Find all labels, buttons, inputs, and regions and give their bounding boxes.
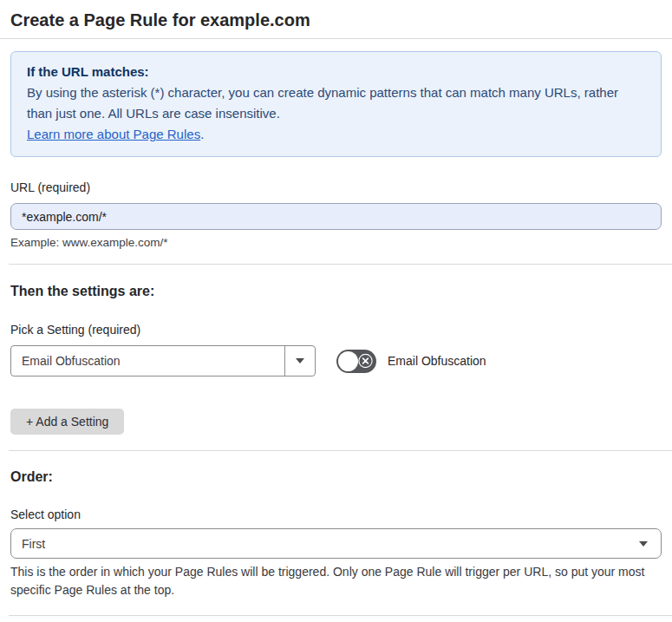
email-obfuscation-toggle[interactable]	[336, 350, 376, 373]
x-circle-icon	[358, 354, 373, 369]
order-helper-text: This is the order in which your Page Rul…	[10, 563, 656, 599]
setting-row: Email Obfuscation Email Obfuscation	[10, 345, 662, 376]
setting-select-arrow-button[interactable]	[284, 346, 315, 376]
toggle-label: Email Obfuscation	[388, 354, 486, 368]
link-suffix: .	[200, 127, 204, 141]
order-select-value: First	[11, 537, 639, 551]
order-section-heading: Order:	[10, 468, 662, 486]
page-title: Create a Page Rule for example.com	[10, 0, 662, 32]
info-box-body-text: By using the asterisk (*) character, you…	[27, 85, 618, 121]
info-box-body: By using the asterisk (*) character, you…	[27, 82, 645, 145]
title-divider	[0, 38, 672, 39]
caret-down-icon	[639, 541, 648, 547]
order-select[interactable]: First	[10, 528, 662, 559]
url-matches-info-box: If the URL matches: By using the asteris…	[10, 51, 662, 157]
setting-select-value: Email Obfuscation	[11, 346, 284, 376]
info-box-heading: If the URL matches:	[27, 62, 645, 82]
section-divider	[9, 450, 672, 451]
add-setting-button[interactable]: + Add a Setting	[10, 409, 124, 435]
setting-select[interactable]: Email Obfuscation	[10, 345, 316, 376]
learn-more-link[interactable]: Learn more about Page Rules	[27, 127, 200, 141]
page-rule-form: Create a Page Rule for example.com If th…	[0, 0, 672, 622]
toggle-knob	[338, 351, 358, 371]
email-obfuscation-toggle-group: Email Obfuscation	[336, 350, 486, 373]
footer-divider	[9, 615, 672, 616]
url-example-helper: Example: www.example.com/*	[10, 236, 662, 249]
pick-setting-label: Pick a Setting (required)	[10, 322, 662, 337]
section-divider	[9, 264, 672, 265]
url-label: URL (required)	[10, 180, 662, 195]
settings-section-heading: Then the settings are:	[10, 283, 662, 300]
caret-down-icon	[296, 358, 304, 363]
caret-wrap	[639, 541, 661, 547]
url-input[interactable]	[10, 203, 662, 230]
select-option-label: Select option	[10, 507, 662, 522]
